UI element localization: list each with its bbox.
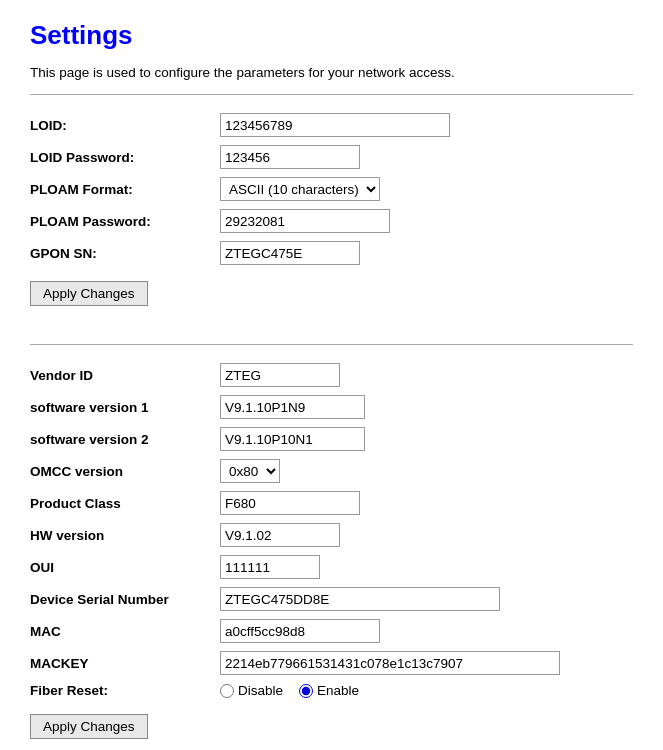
sw1-label: software version 1 [30, 400, 220, 415]
fiber-reset-row: Fiber Reset: Disable Enable [30, 683, 633, 698]
ploam-password-label: PLOAM Password: [30, 214, 220, 229]
oui-label: OUI [30, 560, 220, 575]
page-description: This page is used to configure the param… [30, 65, 633, 80]
sw2-label: software version 2 [30, 432, 220, 447]
device-serial-input[interactable] [220, 587, 500, 611]
hw-version-label: HW version [30, 528, 220, 543]
omcc-select[interactable]: 0x80 0x84 0x86 [220, 459, 280, 483]
sw1-input[interactable] [220, 395, 365, 419]
ploam-password-row: PLOAM Password: [30, 209, 633, 233]
mac-input[interactable] [220, 619, 380, 643]
gpon-sn-input[interactable] [220, 241, 360, 265]
divider-2 [30, 344, 633, 345]
device-serial-label: Device Serial Number [30, 592, 220, 607]
mackey-row: MACKEY [30, 651, 633, 675]
loid-password-label: LOID Password: [30, 150, 220, 165]
sw2-input[interactable] [220, 427, 365, 451]
mackey-label: MACKEY [30, 656, 220, 671]
fiber-reset-enable-radio[interactable] [299, 684, 313, 698]
ploam-format-label: PLOAM Format: [30, 182, 220, 197]
mac-label: MAC [30, 624, 220, 639]
mac-row: MAC [30, 619, 633, 643]
sw2-row: software version 2 [30, 427, 633, 451]
fiber-reset-enable-text: Enable [317, 683, 359, 698]
section-2: Vendor ID software version 1 software ve… [30, 363, 633, 750]
product-class-label: Product Class [30, 496, 220, 511]
ploam-format-select[interactable]: ASCII (10 characters) HEX (20 characters… [220, 177, 380, 201]
gpon-sn-row: GPON SN: [30, 241, 633, 265]
fiber-reset-radio-group: Disable Enable [220, 683, 359, 698]
vendor-id-input[interactable] [220, 363, 340, 387]
device-serial-row: Device Serial Number [30, 587, 633, 611]
apply-changes-button-2[interactable]: Apply Changes [30, 714, 148, 739]
gpon-sn-label: GPON SN: [30, 246, 220, 261]
vendor-id-row: Vendor ID [30, 363, 633, 387]
loid-password-input[interactable] [220, 145, 360, 169]
product-class-input[interactable] [220, 491, 360, 515]
fiber-reset-disable-option[interactable]: Disable [220, 683, 283, 698]
oui-input[interactable] [220, 555, 320, 579]
section-1: LOID: LOID Password: PLOAM Format: ASCII… [30, 113, 633, 324]
loid-row: LOID: [30, 113, 633, 137]
omcc-row: OMCC version 0x80 0x84 0x86 [30, 459, 633, 483]
divider [30, 94, 633, 95]
vendor-id-label: Vendor ID [30, 368, 220, 383]
oui-row: OUI [30, 555, 633, 579]
loid-password-row: LOID Password: [30, 145, 633, 169]
omcc-label: OMCC version [30, 464, 220, 479]
hw-version-input[interactable] [220, 523, 340, 547]
ploam-password-input[interactable] [220, 209, 390, 233]
sw1-row: software version 1 [30, 395, 633, 419]
page-title: Settings [30, 20, 633, 51]
loid-input[interactable] [220, 113, 450, 137]
product-class-row: Product Class [30, 491, 633, 515]
ploam-format-row: PLOAM Format: ASCII (10 characters) HEX … [30, 177, 633, 201]
fiber-reset-enable-option[interactable]: Enable [299, 683, 359, 698]
hw-version-row: HW version [30, 523, 633, 547]
apply-changes-button-1[interactable]: Apply Changes [30, 281, 148, 306]
mackey-input[interactable] [220, 651, 560, 675]
loid-label: LOID: [30, 118, 220, 133]
fiber-reset-disable-text: Disable [238, 683, 283, 698]
fiber-reset-disable-radio[interactable] [220, 684, 234, 698]
fiber-reset-label: Fiber Reset: [30, 683, 220, 698]
